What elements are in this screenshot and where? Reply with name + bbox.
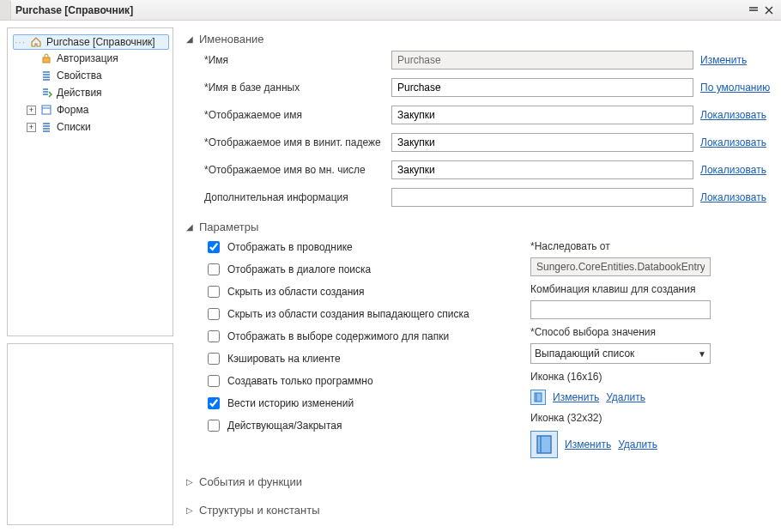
plural-input[interactable] [391, 160, 693, 179]
icon32-edit-link[interactable]: Изменить [565, 438, 611, 450]
window-title: Purchase [Справочник] [12, 4, 133, 16]
preview-panel [7, 343, 173, 525]
chevron-down-icon: ▼ [698, 349, 706, 359]
field-label: Дополнительная информация [204, 191, 384, 203]
icon16-row: Изменить Удалить [530, 390, 745, 405]
field-plural: *Отображаемое имя во мн. числе Локализов… [204, 160, 767, 179]
tree-label: Свойства [57, 70, 102, 82]
nav-tree: ··· Purchase [Справочник] [11, 33, 169, 136]
chk-hidecreate[interactable]: Скрыть из области создания [204, 283, 496, 300]
minimize-icon[interactable] [747, 3, 760, 17]
svg-rect-0 [43, 57, 50, 63]
field-label: *Отображаемое имя во мн. числе [204, 164, 384, 176]
icon16-label: Иконка (16x16) [530, 371, 745, 383]
selmode-select[interactable]: Выпадающий список ▼ [530, 343, 711, 364]
chk-folder-input[interactable] [208, 330, 220, 342]
chk-explorer-input[interactable] [208, 241, 220, 253]
icon16-edit-link[interactable]: Изменить [553, 391, 599, 403]
section-title: Структуры и константы [199, 504, 320, 517]
field-label: *Отображаемое имя [204, 109, 384, 121]
section-title: Именование [199, 33, 264, 45]
section-params-header[interactable]: ◢ Параметры [185, 215, 767, 239]
chk-actclose-input[interactable] [208, 420, 220, 432]
chk-folder[interactable]: Отображать в выборе содержимого для папк… [204, 328, 496, 345]
close-icon[interactable] [762, 3, 776, 17]
section-naming-body: *Имя Изменить *Имя в базе данных По умол… [185, 51, 767, 207]
chk-explorer[interactable]: Отображать в проводнике [204, 239, 496, 256]
chk-label: Создавать только программно [227, 375, 373, 387]
icon32-row: Изменить Удалить [530, 431, 745, 458]
expand-icon: ▷ [185, 477, 194, 487]
chk-progonly[interactable]: Создавать только программно [204, 372, 496, 390]
name-input [391, 51, 693, 70]
section-naming-header[interactable]: ◢ Именование [185, 27, 767, 51]
tree-item-actions[interactable]: Действия [25, 85, 169, 100]
chk-history[interactable]: Вести историю изменений [204, 395, 496, 412]
display-localize-link[interactable]: Локализовать [700, 109, 767, 121]
tree-item-form[interactable]: + Форма [25, 102, 169, 118]
chk-label: Отображать в диалоге поиска [227, 263, 371, 275]
section-title: Параметры [199, 221, 258, 233]
tree-item-props[interactable]: Свойства [25, 68, 169, 83]
field-accusative: *Отображаемое имя в винит. падеже Локали… [204, 133, 767, 152]
name-change-link[interactable]: Изменить [700, 54, 767, 66]
tree-dots: ··· [15, 36, 26, 48]
accusative-localize-link[interactable]: Локализовать [700, 136, 767, 148]
tree-label: Действия [57, 87, 102, 99]
form-icon [39, 103, 53, 117]
svg-rect-2 [535, 393, 542, 402]
addinfo-localize-link[interactable]: Локализовать [700, 191, 767, 203]
tree-label: Форма [57, 104, 88, 116]
tree-item-lists[interactable]: + Списки [25, 119, 169, 135]
display-input[interactable] [391, 106, 693, 124]
hotkey-label: Комбинация клавиш для создания [530, 283, 745, 295]
tree-label: Списки [57, 121, 91, 133]
chk-label: Скрыть из области создания выпадающего с… [227, 308, 469, 320]
collapse-icon: ◢ [185, 34, 194, 44]
dbname-input[interactable] [391, 78, 693, 97]
svg-rect-3 [537, 436, 551, 453]
icon32-delete-link[interactable]: Удалить [618, 438, 657, 450]
section-params-body: Отображать в проводнике Отображать в диа… [185, 239, 767, 458]
tree-item-auth[interactable]: Авторизация [25, 51, 169, 66]
chk-label: Кэшировать на клиенте [227, 353, 341, 365]
left-column: ··· Purchase [Справочник] [0, 21, 180, 532]
chk-actclose[interactable]: Действующая/Закрытая [204, 417, 496, 434]
chk-cache[interactable]: Кэшировать на клиенте [204, 350, 496, 367]
chk-hidecreate-input[interactable] [208, 286, 220, 298]
params-right: *Наследовать от Комбинация клавиш для со… [530, 239, 745, 458]
field-name: *Имя Изменить [204, 51, 767, 70]
chk-cache-input[interactable] [208, 353, 220, 365]
selmode-label: *Способ выбора значения [530, 326, 745, 338]
tree-item-root[interactable]: ··· Purchase [Справочник] [13, 34, 169, 50]
chk-searchdlg-input[interactable] [208, 263, 220, 275]
chk-progonly-input[interactable] [208, 375, 220, 387]
accusative-input[interactable] [391, 133, 693, 152]
lock-icon [39, 51, 53, 65]
home-icon [29, 35, 43, 49]
actions-icon [39, 86, 53, 100]
form-area: ◢ Именование *Имя Изменить *Имя в базе д… [180, 21, 781, 532]
chk-hidedd-input[interactable] [208, 308, 220, 320]
section-events-header[interactable]: ▷ События и функции [185, 470, 767, 493]
chk-label: Действующая/Закрытая [227, 420, 342, 432]
svg-rect-1 [42, 106, 51, 114]
expand-icon[interactable]: + [27, 123, 36, 132]
hotkey-input[interactable] [530, 300, 711, 319]
chk-history-input[interactable] [208, 397, 220, 409]
titlebar: Purchase [Справочник] [0, 0, 781, 21]
icon16-delete-link[interactable]: Удалить [606, 391, 645, 403]
field-label: *Отображаемое имя в винит. падеже [204, 136, 384, 148]
section-structs-header[interactable]: ▷ Структуры и константы [185, 499, 767, 522]
collapse-icon: ◢ [185, 222, 194, 232]
selmode-value: Выпадающий список [535, 348, 634, 360]
book-icon [530, 390, 546, 405]
addinfo-input[interactable] [391, 188, 693, 207]
chk-label: Вести историю изменений [227, 397, 354, 409]
chk-hidedd[interactable]: Скрыть из области создания выпадающего с… [204, 305, 496, 323]
chk-searchdlg[interactable]: Отображать в диалоге поиска [204, 261, 496, 278]
expand-icon[interactable]: + [27, 106, 36, 115]
field-addinfo: Дополнительная информация Локализовать [204, 188, 767, 207]
dbname-default-link[interactable]: По умолчанию [700, 82, 770, 94]
plural-localize-link[interactable]: Локализовать [700, 164, 767, 176]
